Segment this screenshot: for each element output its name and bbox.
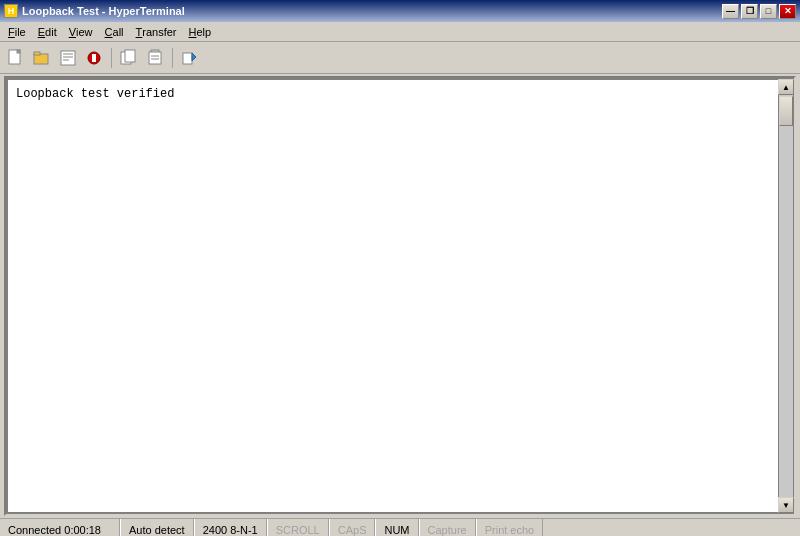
copy-icon xyxy=(120,49,138,67)
terminal-area[interactable]: Loopback test verified xyxy=(6,78,778,514)
menu-transfer[interactable]: Transfer xyxy=(130,22,183,41)
menu-view[interactable]: View xyxy=(63,22,99,41)
terminal-content: Loopback test verified xyxy=(8,80,778,109)
svg-rect-14 xyxy=(149,52,161,64)
send-icon xyxy=(181,49,199,67)
toolbar xyxy=(0,42,800,74)
svg-rect-12 xyxy=(125,50,135,62)
copy-button[interactable] xyxy=(117,46,141,70)
close-button[interactable]: ✕ xyxy=(779,4,796,19)
disconnect-button[interactable] xyxy=(82,46,106,70)
toolbar-sep-1 xyxy=(111,48,112,68)
status-connection: Connected 0:00:18 xyxy=(0,519,120,536)
status-bar: Connected 0:00:18 Auto detect 2400 8-N-1… xyxy=(0,518,800,536)
menu-file[interactable]: File xyxy=(2,22,32,41)
paste-icon xyxy=(146,49,164,67)
toolbar-sep-2 xyxy=(172,48,173,68)
status-scroll: SCROLL xyxy=(267,519,329,536)
scrollbar-track[interactable] xyxy=(779,95,793,497)
paste-button[interactable] xyxy=(143,46,167,70)
window-controls: — ❐ □ ✕ xyxy=(722,4,796,19)
disconnect-icon xyxy=(85,49,103,67)
menu-help[interactable]: Help xyxy=(183,22,218,41)
svg-rect-17 xyxy=(183,53,192,64)
properties-button[interactable] xyxy=(56,46,80,70)
scrollbar[interactable]: ▲ ▼ xyxy=(778,78,794,514)
status-print-echo: Print echo xyxy=(476,519,544,536)
svg-rect-4 xyxy=(34,52,40,55)
send-button[interactable] xyxy=(178,46,202,70)
status-num: NUM xyxy=(375,519,418,536)
scrollbar-thumb[interactable] xyxy=(779,96,793,126)
svg-rect-5 xyxy=(61,51,75,65)
menu-edit[interactable]: Edit xyxy=(32,22,63,41)
status-capture: Capture xyxy=(419,519,476,536)
minimize-button[interactable]: — xyxy=(722,4,739,19)
scrollbar-down-button[interactable]: ▼ xyxy=(778,497,794,513)
menu-bar: File Edit View Call Transfer Help xyxy=(0,22,800,42)
title-label: Loopback Test - HyperTerminal xyxy=(22,5,185,17)
title-bar: H Loopback Test - HyperTerminal — ❐ □ ✕ xyxy=(0,0,800,22)
title-text: H Loopback Test - HyperTerminal xyxy=(4,4,185,18)
properties-icon xyxy=(59,49,77,67)
svg-rect-10 xyxy=(92,54,96,62)
svg-marker-18 xyxy=(192,53,196,61)
new-connection-button[interactable] xyxy=(4,46,28,70)
restore-button[interactable]: □ xyxy=(760,4,777,19)
menu-call[interactable]: Call xyxy=(99,22,130,41)
open-button[interactable] xyxy=(30,46,54,70)
scrollbar-up-button[interactable]: ▲ xyxy=(778,79,794,95)
maximize-button[interactable]: ❐ xyxy=(741,4,758,19)
terminal-text: Loopback test verified xyxy=(16,87,174,101)
main-area: Loopback test verified ▲ ▼ xyxy=(4,76,796,516)
open-icon xyxy=(33,49,51,67)
new-icon xyxy=(7,49,25,67)
status-protocol: 2400 8-N-1 xyxy=(194,519,267,536)
status-caps: CApS xyxy=(329,519,376,536)
status-encoding: Auto detect xyxy=(120,519,194,536)
app-icon: H xyxy=(4,4,18,18)
